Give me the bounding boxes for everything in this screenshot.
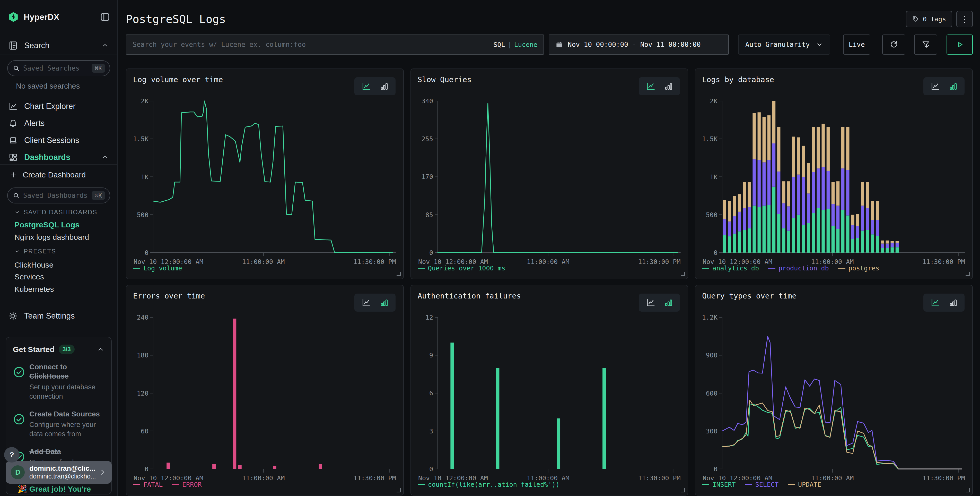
user-name: dominic.tran@clic...: [29, 464, 99, 472]
magnifier-icon: [12, 64, 20, 72]
svg-text:900: 900: [706, 351, 718, 359]
legend-swatch: [788, 484, 795, 485]
get-started-item[interactable]: Create Data Sources Configure where your…: [13, 410, 105, 439]
line-chart-icon[interactable]: [929, 298, 941, 308]
get-started-item[interactable]: Connect to ClickHouse Set up your databa…: [13, 362, 105, 401]
legend-item[interactable]: postgres: [838, 265, 880, 272]
panel-resize-handle[interactable]: [396, 488, 401, 493]
sidebar: HyperDX Search ⌘K No saved searches Char…: [0, 0, 118, 496]
legend-item[interactable]: Queries over 1000 ms: [418, 265, 506, 272]
chart-type-toggle: [639, 293, 680, 312]
panel-resize-handle[interactable]: [396, 272, 401, 276]
legend-item[interactable]: FATAL: [133, 481, 163, 488]
create-dashboard-button[interactable]: Create Dashboard: [10, 171, 86, 179]
plus-icon: [10, 171, 18, 179]
line-chart-icon[interactable]: [645, 298, 656, 308]
refresh-button[interactable]: [882, 35, 905, 54]
chevron-up-icon[interactable]: [101, 42, 109, 49]
legend-item[interactable]: countIf(like(arr..ation failed%')): [418, 481, 560, 488]
legend-item[interactable]: production_db: [768, 265, 829, 272]
bar-chart-icon[interactable]: [379, 298, 390, 308]
sidebar-dashboard-postgresql-logs[interactable]: PostgreSQL Logs: [14, 220, 80, 229]
granularity-select[interactable]: Auto Granularity: [738, 35, 830, 54]
presets-section-header[interactable]: PRESETS: [14, 248, 56, 255]
get-started-item-title: Connect to ClickHouse: [29, 362, 94, 381]
event-search-input[interactable]: SQL|Lucene: [126, 35, 544, 54]
sidebar-preset-services[interactable]: Services: [14, 273, 44, 281]
saved-dashboards-section-header[interactable]: SAVED DASHBOARDS: [14, 209, 97, 216]
bar-chart-icon[interactable]: [948, 81, 958, 91]
legend-swatch: [418, 484, 425, 485]
chart-plot: 05001K1.5K2KNov 10 12:00:00 AM11:00:00 A…: [702, 97, 966, 267]
line-chart-icon[interactable]: [929, 81, 941, 91]
legend-label: INSERT: [712, 481, 735, 488]
legend-item[interactable]: ERROR: [172, 481, 202, 488]
svg-text:1.2K: 1.2K: [702, 314, 718, 321]
sidebar-item-team-settings[interactable]: Team Settings: [0, 308, 117, 324]
bar-chart-icon[interactable]: [663, 298, 674, 308]
saved-dashboards-input[interactable]: ⌘K: [7, 188, 110, 203]
legend-swatch: [702, 268, 709, 269]
panel-resize-handle[interactable]: [966, 488, 970, 493]
magnifier-icon: [12, 191, 20, 199]
legend-swatch: [172, 484, 179, 485]
chart-plot: 05001K1.5K2KNov 10 12:00:00 AM11:00:00 A…: [133, 97, 396, 267]
svg-text:1.5K: 1.5K: [133, 135, 148, 143]
panel-resize-handle[interactable]: [681, 488, 685, 493]
legend-swatch: [745, 484, 752, 485]
get-started-item-title: Create Data Sources: [29, 410, 104, 419]
saved-searches-input[interactable]: ⌘K: [7, 60, 110, 76]
sidebar-preset-kubernetes[interactable]: Kubernetes: [14, 285, 54, 293]
sidebar-item-alerts[interactable]: Alerts: [0, 116, 117, 131]
kebab-menu-button[interactable]: ⋮: [956, 11, 973, 27]
sidebar-dashboard-nginx-logs[interactable]: Nginx logs dashboard: [14, 233, 89, 242]
sidebar-item-client-sessions[interactable]: Client Sessions: [0, 133, 117, 148]
svg-text:1K: 1K: [710, 173, 718, 181]
sidebar-item-label: Chart Explorer: [24, 102, 76, 111]
sidebar-item-chart-explorer[interactable]: Chart Explorer: [0, 99, 117, 114]
legend-label: Queries over 1000 ms: [428, 265, 506, 272]
sidebar-preset-clickhouse[interactable]: ClickHouse: [14, 261, 54, 270]
panel-resize-handle[interactable]: [681, 272, 685, 276]
bar-chart-icon[interactable]: [379, 81, 390, 91]
svg-text:11:30:00 PM: 11:30:00 PM: [923, 258, 965, 266]
help-button[interactable]: ?: [4, 447, 19, 463]
saved-searches-field[interactable]: [23, 64, 92, 72]
panel-resize-handle[interactable]: [966, 272, 970, 276]
bar-chart-icon[interactable]: [948, 298, 958, 308]
live-button[interactable]: Live: [843, 35, 870, 54]
sidebar-collapse-icon[interactable]: [100, 11, 110, 22]
run-query-button[interactable]: [947, 35, 973, 54]
sidebar-item-dashboards[interactable]: Dashboards: [0, 150, 117, 165]
legend-swatch: [768, 268, 775, 269]
get-started-done-message: 🎉 Great job! You're all set up.: [13, 483, 98, 494]
kbd-shortcut: ⌘K: [92, 64, 105, 73]
legend-item[interactable]: analytics_db: [702, 265, 759, 272]
bell-icon: [8, 118, 18, 128]
legend-item[interactable]: Log volume: [133, 265, 182, 272]
svg-text:500: 500: [137, 211, 148, 218]
legend-item[interactable]: INSERT: [702, 481, 735, 488]
legend-label: ERROR: [182, 481, 202, 488]
chevron-up-icon[interactable]: [101, 153, 109, 161]
legend-item[interactable]: UPDATE: [788, 481, 821, 488]
chevron-up-icon[interactable]: [97, 346, 105, 353]
sidebar-item-search[interactable]: Search: [0, 38, 117, 53]
chart-panel-query-types: Query types over time 03006009001.2KNov …: [695, 285, 973, 496]
legend-swatch: [702, 484, 709, 485]
sidebar-item-label: Alerts: [24, 119, 45, 128]
user-menu[interactable]: D dominic.tran@clic... dominic.tran@clic…: [6, 461, 112, 484]
filter-button[interactable]: [914, 35, 937, 54]
bar-chart-icon[interactable]: [663, 81, 674, 91]
sql-mode-toggle[interactable]: SQL: [493, 41, 505, 48]
line-chart-icon[interactable]: [361, 298, 372, 308]
event-search-field[interactable]: [132, 41, 493, 48]
line-chart-icon[interactable]: [645, 81, 656, 91]
get-started-title: Get Started: [13, 345, 54, 354]
date-range-picker[interactable]: Nov 10 00:00:00 - Nov 11 00:00:00: [549, 35, 729, 54]
saved-dashboards-field[interactable]: [23, 191, 92, 199]
lucene-mode-toggle[interactable]: Lucene: [514, 41, 537, 48]
legend-item[interactable]: SELECT: [745, 481, 778, 488]
line-chart-icon[interactable]: [361, 81, 372, 91]
tags-button[interactable]: 0 Tags: [906, 11, 952, 27]
